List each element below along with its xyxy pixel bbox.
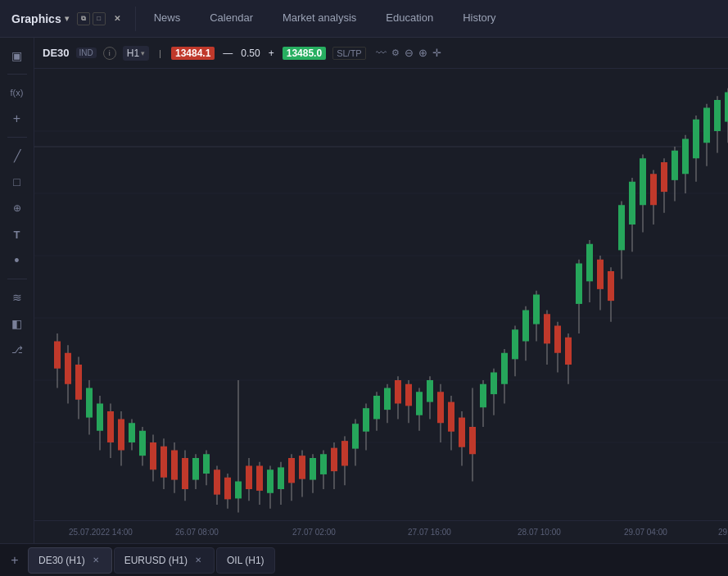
drawing-icon[interactable]: 〰 [376,47,387,59]
chart-tab-oil[interactable]: OIL (H1) [216,547,275,574]
svg-rect-13 [75,365,82,400]
tab-education[interactable]: Education [371,0,448,38]
text-icon: T [14,229,20,241]
bid-price: 13485.0 [283,47,326,60]
svg-rect-109 [586,244,593,282]
svg-rect-11 [65,353,71,384]
add-chart-tab-button[interactable]: + [3,549,26,572]
svg-rect-135 [725,93,728,122]
svg-rect-37 [203,454,210,474]
crosshair-button[interactable]: ⊕ [4,197,30,220]
svg-rect-0 [34,69,728,520]
sl-tp-button[interactable]: SL/TP [332,47,366,60]
price-separator: — [223,48,233,59]
share-icon: ⎇ [11,344,23,356]
indicator-settings-icon[interactable]: ⚙ [391,48,400,58]
zoom-in-icon[interactable]: ⊕ [418,47,427,59]
rect-tool-button[interactable]: □ [4,170,30,193]
main-layout: ▣ f(x) + ╱ □ ⊕ T • ≋ ◧ ⎇ [0,38,728,543]
window-icon-1[interactable]: ⧉ [77,12,90,25]
svg-rect-19 [107,411,114,442]
dot-button[interactable]: • [4,249,30,272]
time-label-0: 25.07.2022 14:00 [69,528,133,537]
svg-rect-79 [427,380,433,402]
svg-rect-27 [150,442,156,469]
svg-rect-127 [682,139,689,175]
crosshair-tool-icon[interactable]: ✛ [432,47,441,59]
svg-rect-97 [522,311,529,342]
fx-button[interactable]: f(x) [4,81,30,104]
tab-history[interactable]: History [448,0,510,38]
svg-rect-117 [629,182,635,225]
add-icon: + [11,553,18,568]
svg-rect-125 [671,151,678,180]
add-object-button[interactable]: + [4,107,30,130]
time-label-6: 29.07 18 [718,528,728,537]
window-icon-2[interactable]: □ [93,12,106,25]
info-button[interactable]: i [103,47,116,60]
svg-rect-89 [480,384,486,408]
timeframe-selector[interactable]: H1 ▾ [123,46,149,61]
time-label-4: 28.07 10:00 [518,528,561,537]
line-tool-button[interactable]: ╱ [4,144,30,167]
svg-rect-31 [171,451,178,480]
price-change: 0.50 [241,48,260,59]
ind-badge: IND [76,48,97,58]
tab-market-analysis[interactable]: Market analysis [268,0,371,38]
brand-dropdown-icon[interactable]: ▾ [65,14,69,23]
layers-button[interactable]: ◧ [4,312,30,335]
time-label-1: 26.07 08:00 [175,528,219,537]
svg-rect-61 [331,448,337,472]
chart-area[interactable] [34,69,728,520]
svg-rect-23 [129,423,135,442]
svg-rect-133 [714,100,721,131]
chart-type-button[interactable]: ▣ [4,44,30,67]
svg-rect-77 [416,392,423,415]
chart-toolbar-icons: 〰 ⚙ ⊖ ⊕ ✛ [376,47,441,59]
chart-tab-de30-close[interactable]: ✕ [90,555,102,566]
tab-calendar-label: Calendar [210,11,253,24]
wave-button[interactable]: ≋ [4,286,30,309]
chart-tab-de30[interactable]: DE30 (H1) ✕ [28,547,112,574]
bottom-tabs: + DE30 (H1) ✕ EURUSD (H1) ✕ OIL (H1) [0,543,728,576]
svg-rect-131 [703,108,710,143]
time-label-3: 27.07 16:00 [408,528,451,537]
top-navigation: Graphics ▾ ⧉ □ ✕ News Calendar Market an… [0,0,728,38]
text-tool-button[interactable]: T [4,223,30,246]
tab-news[interactable]: News [139,0,196,38]
svg-rect-39 [214,469,220,494]
svg-rect-123 [661,162,667,192]
chart-tab-eurusd[interactable]: EURUSD (H1) ✕ [114,547,215,574]
svg-rect-75 [405,384,412,406]
svg-rect-67 [363,408,369,432]
svg-rect-85 [459,418,465,447]
rect-icon: □ [13,175,20,188]
left-toolbar: ▣ f(x) + ╱ □ ⊕ T • ≋ ◧ ⎇ [0,38,34,543]
svg-rect-87 [469,427,476,454]
svg-rect-81 [437,392,444,423]
svg-rect-73 [395,380,401,404]
zoom-out-icon[interactable]: ⊖ [405,47,414,59]
svg-rect-95 [512,329,518,359]
share-button[interactable]: ⎇ [4,338,30,361]
chart-tab-eurusd-close[interactable]: ✕ [192,555,204,566]
svg-rect-17 [97,404,103,431]
nav-divider-1 [135,7,136,31]
svg-rect-29 [161,447,167,478]
svg-rect-69 [373,396,380,420]
svg-rect-15 [86,388,93,418]
nav-close-button[interactable]: ✕ [111,12,124,25]
svg-rect-107 [576,264,582,304]
nav-brand[interactable]: Graphics ▾ ⧉ □ ✕ [3,12,132,25]
crosshair-icon: ⊕ [13,202,21,214]
svg-rect-115 [618,205,625,250]
svg-rect-49 [267,469,274,493]
chart-type-icon: ▣ [11,49,22,62]
tab-history-label: History [463,11,495,24]
chart-header: DE30 IND i H1 ▾ | 13484.1 — 0.50 + 13485… [34,38,728,69]
fx-icon: f(x) [11,88,24,98]
tab-calendar[interactable]: Calendar [195,0,268,38]
chart-tab-de30-label: DE30 (H1) [38,555,85,566]
brand-window-controls: ⧉ □ [77,12,106,25]
svg-rect-63 [341,441,348,465]
